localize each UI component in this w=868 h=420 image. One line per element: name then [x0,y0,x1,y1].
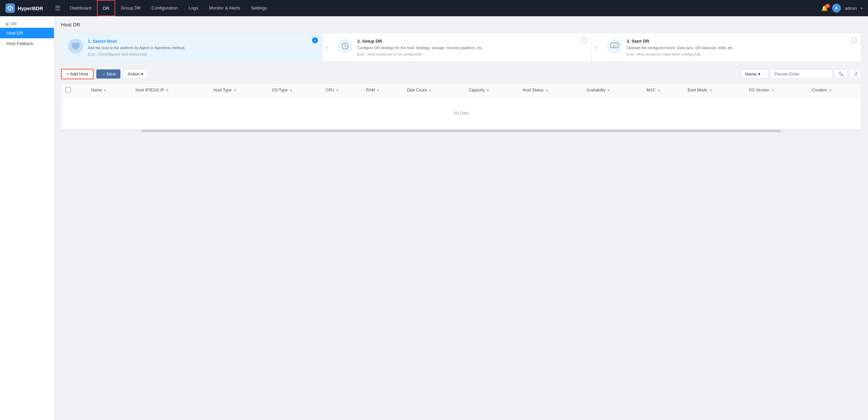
user-dropdown-arrow[interactable]: ▾ [861,6,863,10]
sidebar-section-header: ⊞ DR [0,19,54,28]
step2-icon [338,39,353,54]
action-label: Action [127,71,140,77]
sidebar-item-host-dr[interactable]: Host DR [0,28,54,38]
nav-configuration[interactable]: Configuration [146,0,183,16]
nav-settings[interactable]: Settings [245,0,272,16]
mac-sort-icon: ⇅ [657,88,660,92]
host-ip-sort-icon: ⇅ [166,88,169,92]
availability-sort-icon: ⇅ [607,88,610,92]
step3-body: 3. Start DR Operate the configured hosts… [627,39,854,56]
step2-circle-icon [581,37,587,43]
sidebar: ⊞ DR Host DR Host Failback [0,16,54,420]
user-avatar: A [832,4,841,13]
col-checkbox [61,84,87,97]
host-failback-label: Host Failback [6,41,33,46]
nav-dr[interactable]: DR [97,0,116,16]
step-card-start-dr: 3. Start DR Operate the configured hosts… [600,33,861,62]
main-layout: ⊞ DR Host DR Host Failback Host DR [0,16,868,420]
nav-logs[interactable]: Logs [183,0,203,16]
step-card-setup-dr: 2. Setup DR Configure DR strategy for th… [331,33,592,62]
select-all-checkbox[interactable] [65,87,71,92]
host-status-sort-icon: ⇅ [546,88,548,92]
host-dr-label: Host DR [6,30,23,36]
step3-title: 3. Start DR [627,39,854,44]
no-data-text: No Data [454,111,469,115]
ram-sort-icon: ⇅ [377,88,379,92]
step3-desc: Operate the configured hosts: Data sync,… [627,45,854,51]
step-cards-container: 1. Select Host Add the host to the platf… [61,33,861,62]
main-menu: Dashboard DR Group DR Configuration Logs… [64,0,821,16]
username-label[interactable]: admin [845,6,857,11]
name-sort-icon: ⇅ [104,88,106,92]
top-navigation: HyperBDR ☰ Dashboard DR Group DR Configu… [0,0,868,16]
nav-monitor-alerts[interactable]: Monitor & Alerts [203,0,245,16]
col-creation[interactable]: Creation ⇅ [808,84,861,97]
col-host-status[interactable]: Host Status ⇅ [518,84,582,97]
toolbar: + Add Host → Next Action ▾ Name ▾ 🔍 ↺ [61,69,861,79]
step1-link[interactable]: [List - Unconfigured host resources] [88,52,315,56]
add-host-label: + Add Host [66,71,88,77]
col-os-version[interactable]: OS Version ⇅ [745,84,808,97]
dr-icon: ⊞ [5,22,9,26]
search-button[interactable]: 🔍 [835,69,848,79]
col-host-ip[interactable]: Host IP/ESXi IP ⇅ [132,84,209,97]
col-cpu[interactable]: CPU ⇅ [322,84,362,97]
step1-body: 1. Select Host Add the host to the platf… [88,39,315,56]
step2-link[interactable]: [List - Host resources to be configured] [357,52,585,56]
sidebar-item-host-failback[interactable]: Host Failback [0,38,54,49]
col-host-type[interactable]: Host Type ⇅ [209,84,268,97]
step-chevron-1: » [322,33,331,62]
nav-dashboard[interactable]: Dashboard [64,0,97,16]
svg-rect-3 [73,44,79,47]
disk-count-sort-icon: ⇅ [429,88,431,92]
step2-title: 2. Setup DR [357,39,585,44]
refresh-icon: ↺ [854,71,857,77]
action-arrow-icon: ▾ [141,71,143,77]
refresh-button[interactable]: ↺ [850,69,861,79]
search-input[interactable] [771,69,832,79]
host-type-sort-icon: ⇅ [234,88,236,92]
table-body: No Data [61,97,861,129]
step3-icon [607,39,622,54]
app-brand: HyperBDR [5,3,50,13]
nav-group-dr[interactable]: Group DR [115,0,146,16]
step-card-select-host: 1. Select Host Add the host to the platf… [61,33,322,62]
creation-sort-icon: ⇅ [829,88,832,92]
step3-circle-icon [851,37,857,43]
no-data-row: No Data [61,97,861,129]
sidebar-section-label: DR [11,22,17,26]
col-disk-count[interactable]: Disk Count ⇅ [403,84,465,97]
hamburger-icon[interactable]: ☰ [55,4,60,12]
next-button[interactable]: → Next [96,69,120,79]
step-chevron-2: » [592,33,600,62]
step1-check-icon: ✓ [312,37,318,43]
search-select-dropdown[interactable]: Name ▾ [741,69,768,79]
search-icon: 🔍 [838,71,844,77]
col-ram[interactable]: RAM ⇅ [362,84,403,97]
col-name[interactable]: Name ⇅ [87,84,132,97]
os-type-sort-icon: ⇅ [290,88,292,92]
cpu-sort-icon: ⇅ [336,88,339,92]
app-name: HyperBDR [18,5,43,11]
boot-mode-sort-icon: ⇅ [709,88,712,92]
step3-link[interactable]: [List - Host resources have been configu… [627,52,854,56]
action-button[interactable]: Action ▾ [123,69,148,79]
step2-body: 2. Setup DR Configure DR strategy for th… [357,39,585,56]
step2-desc: Configure DR strategy for the host: Stra… [357,45,585,51]
col-availability[interactable]: Availability ⇅ [582,84,643,97]
step1-icon [68,39,83,54]
os-version-sort-icon: ⇅ [771,88,774,92]
table-header: Name ⇅ Host IP/ESXi IP ⇅ Host Type ⇅ O [61,84,861,97]
hosts-table-container: Name ⇅ Host IP/ESXi IP ⇅ Host Type ⇅ O [61,83,861,132]
search-select-arrow-icon: ▾ [758,71,761,77]
table-scrollbar[interactable] [61,129,861,132]
page-title: Host DR [61,22,861,27]
col-boot-mode[interactable]: Boot Mode ⇅ [684,84,745,97]
add-host-button[interactable]: + Add Host [61,69,94,79]
col-mac[interactable]: MAC ⇅ [643,84,684,97]
svg-rect-2 [73,49,78,49]
col-os-type[interactable]: OS Type ⇅ [268,84,322,97]
col-capacity[interactable]: Capacity ⇅ [465,84,518,97]
notification-bell[interactable]: 🔔 1 [821,5,828,12]
main-content: Host DR 1. Select Host [54,16,868,420]
